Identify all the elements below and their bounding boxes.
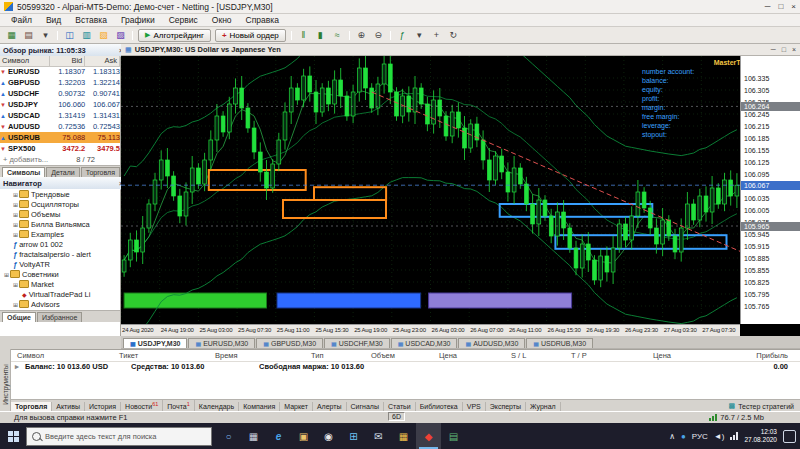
navigator-item[interactable]: ⊞Осцилляторы [0, 199, 120, 209]
trade-column-header[interactable]: Тип [311, 351, 324, 360]
task-view-icon[interactable]: ▦ [241, 423, 266, 449]
indicators-icon[interactable]: ƒ [395, 29, 410, 42]
candles-chart-icon[interactable]: ▮ [313, 29, 328, 42]
action-center-icon[interactable] [783, 430, 796, 443]
trade-column-header[interactable]: Цена [439, 351, 457, 360]
chart-minimize-button[interactable]: ─ [771, 46, 776, 53]
toolbox-tab[interactable]: Компания [239, 402, 280, 411]
expander-icon[interactable]: ⊞ [13, 191, 18, 198]
alpari-icon[interactable]: ◆ [416, 423, 441, 449]
market-watch-row[interactable]: ▲USDRUB75.08875.113 [0, 132, 120, 143]
market-watch-row[interactable]: ▼USDJPY106.060106.067 [0, 99, 120, 110]
market-watch-row[interactable]: ▼SPX5003472.23479.5 [0, 143, 120, 154]
metatrader-icon[interactable]: ▦ [391, 423, 416, 449]
chart-tab[interactable]: ▦USDJPY,M30 [123, 338, 187, 348]
add-symbol-label[interactable]: + добавить... [3, 155, 48, 164]
profiles-dropdown-icon[interactable]: ▾ [38, 29, 53, 42]
chrome-icon[interactable]: ◉ [316, 423, 341, 449]
price-axis[interactable]: 106.335106.305106.275106.245106.215106.1… [740, 56, 800, 324]
expander-icon[interactable]: ⊞ [13, 231, 18, 238]
expander-icon[interactable]: ⊞ [13, 211, 18, 218]
navigator-item[interactable]: ⊞Объемы [0, 209, 120, 219]
trade-column-header[interactable]: Время [215, 351, 238, 360]
toolbox-tab[interactable]: История [85, 402, 121, 411]
indicators-dropdown-icon[interactable]: ▾ [412, 29, 427, 42]
maximize-button[interactable]: □ [778, 2, 783, 11]
market-watch-tab[interactable]: Символы [2, 167, 45, 177]
toolbox-tab[interactable]: Статьи [384, 402, 416, 411]
refresh-icon[interactable]: ↻ [446, 29, 461, 42]
navigator-item[interactable]: ⊞Билла Вильямса [0, 219, 120, 229]
crosshair-icon[interactable]: + [429, 29, 444, 42]
menu-item[interactable]: Графики [114, 15, 162, 25]
navigator-item[interactable]: ƒfractalsalpersio - alert [0, 249, 120, 259]
toolbox-tab[interactable]: Новости61 [121, 400, 163, 411]
market-watch-row[interactable]: ▲USDCHF0.907320.90741 [0, 88, 120, 99]
taskbar-search-input[interactable]: Введите здесь текст для поиска [26, 427, 212, 446]
navigator-tab[interactable]: Избранное [37, 312, 82, 322]
zoom-in-icon[interactable]: ⊕ [354, 29, 369, 42]
menu-item[interactable]: Файл [4, 15, 39, 25]
chart-restore-button[interactable]: □ [782, 46, 786, 53]
navigator-item[interactable]: ⊞Market [0, 279, 120, 289]
toolbox-tab[interactable]: Сигналы [347, 402, 384, 411]
expander-icon[interactable]: ⊞ [13, 301, 18, 308]
expander-icon[interactable]: ⊞ [13, 281, 18, 288]
start-button[interactable] [0, 423, 26, 449]
toolbox-tab[interactable]: Библиотека [416, 402, 463, 411]
profiles-icon[interactable]: ▤ [21, 29, 36, 42]
chart-tab[interactable]: ▦AUDUSD,M30 [458, 338, 525, 348]
column-header[interactable]: Ask [85, 56, 120, 66]
chart-close-button[interactable]: × [792, 46, 796, 53]
navigator-item[interactable]: ◆VirtualTradePad Li [0, 289, 120, 299]
column-header[interactable]: Символ [0, 56, 50, 66]
chart-tab[interactable]: ▦USDCAD,M30 [391, 338, 458, 348]
strategy-tester-label[interactable]: ▩Тестер стратегий [729, 402, 800, 410]
chart-tab[interactable]: ▦USDCHF,M30 [324, 338, 390, 348]
excel-icon[interactable]: ▤ [441, 423, 466, 449]
chart-canvas[interactable]: MasterTradePRO 2.0 ☺ number account:5059… [121, 56, 740, 324]
toolbox-tab[interactable]: Календарь [195, 402, 239, 411]
data-window-icon[interactable]: ▥ [79, 29, 94, 42]
minimize-button[interactable]: ─ [765, 2, 771, 11]
algo-trading-button[interactable]: ▶ Алготрейдинг [138, 29, 211, 42]
navigator-item[interactable]: ⊞Advisors [0, 299, 120, 309]
navigator-item[interactable]: ⊞Examples [0, 229, 120, 239]
navigator-item[interactable]: ƒarrow 01 002 [0, 239, 120, 249]
trade-column-header[interactable]: T / P [571, 351, 587, 360]
toolbox-tab[interactable]: Алерты [313, 402, 347, 411]
menu-item[interactable]: Окно [205, 15, 239, 25]
edge-icon[interactable]: e [266, 423, 291, 449]
market-watch-tab[interactable]: Детали [46, 167, 79, 177]
new-chart-icon[interactable]: ▦ [4, 29, 19, 42]
explorer-icon[interactable]: ▣ [291, 423, 316, 449]
network-icon[interactable] [730, 432, 738, 440]
toolbox-tab[interactable]: VPS [463, 402, 486, 411]
close-button[interactable]: × [791, 2, 796, 11]
clock[interactable]: 12:03 27.08.2020 [744, 428, 777, 444]
chart-tab[interactable]: ▦USDRUB,M30 [526, 338, 593, 348]
trade-column-header[interactable]: Объем [371, 351, 395, 360]
expander-icon[interactable]: ⊞ [13, 201, 18, 208]
market-watch-add-row[interactable]: + добавить... 8 / 72 [0, 154, 120, 165]
trade-column-header[interactable]: Символ [17, 351, 44, 360]
toolbox-tab[interactable]: Журнал [526, 402, 561, 411]
trade-column-header[interactable]: Прибыль [756, 351, 788, 360]
store-icon[interactable]: ⊞ [341, 423, 366, 449]
zoom-out-icon[interactable]: ⊖ [371, 29, 386, 42]
chart-tab[interactable]: ▦EURUSD,M30 [188, 338, 255, 348]
market-watch-icon[interactable]: ◫ [62, 29, 77, 42]
speaker-icon[interactable]: ◄) [714, 432, 725, 441]
balance-expander-icon[interactable]: ▸ [15, 362, 19, 371]
expander-icon[interactable]: ⊞ [13, 221, 18, 228]
toolbox-tab[interactable]: Почта1 [163, 400, 195, 411]
navigator-icon[interactable]: ▧ [96, 29, 111, 42]
toolbox-icon[interactable]: ▨ [113, 29, 128, 42]
navigator-item[interactable]: ƒVoltyATR [0, 259, 120, 269]
tray-app-icon[interactable]: ● [681, 432, 686, 441]
trade-column-header[interactable]: Цена [653, 351, 671, 360]
trade-column-header[interactable]: S / L [511, 351, 526, 360]
market-watch-row[interactable]: ▲USDCAD1.314191.31431 [0, 110, 120, 121]
toolbox-tab[interactable]: Торговля [11, 402, 52, 411]
market-watch-tab[interactable]: Торговля [81, 167, 120, 177]
